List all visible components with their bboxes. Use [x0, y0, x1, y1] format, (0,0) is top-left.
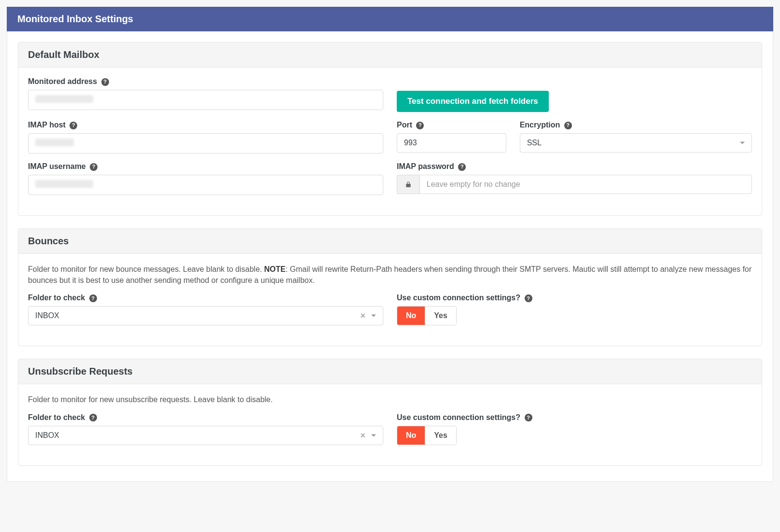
unsubscribe-customconn-toggle: No Yes [397, 426, 457, 445]
encryption-label: Encryption ? [520, 121, 752, 129]
imap-host-label: IMAP host ? [28, 121, 383, 129]
help-icon[interactable]: ? [564, 122, 572, 129]
help-icon[interactable]: ? [90, 163, 98, 171]
redacted-value [35, 139, 74, 146]
unsubscribe-folder-value: INBOX [35, 431, 59, 439]
chevron-down-icon [371, 434, 376, 436]
page-body: Default Mailbox Monitored address ? [7, 31, 773, 482]
unsubscribe-help-text: Folder to monitor for new unsubscribe re… [28, 394, 752, 405]
monitored-address-label: Monitored address ? [28, 77, 383, 86]
bounces-folder-select[interactable]: INBOX × [28, 306, 383, 325]
unsubscribe-folder-select[interactable]: INBOX × [28, 426, 383, 445]
chevron-down-icon [740, 142, 745, 144]
monitored-address-input[interactable] [28, 90, 383, 110]
port-label: Port ? [397, 121, 506, 129]
imap-username-label: IMAP username ? [28, 162, 383, 171]
port-input[interactable] [397, 133, 506, 153]
help-icon[interactable]: ? [525, 294, 532, 302]
encryption-select[interactable]: SSL [520, 133, 752, 153]
panel-heading-unsubscribe: Unsubscribe Requests [18, 359, 762, 384]
panel-default-mailbox: Default Mailbox Monitored address ? [18, 42, 762, 216]
help-icon[interactable]: ? [89, 414, 97, 421]
unsubscribe-folder-label: Folder to check ? [28, 413, 383, 422]
lock-icon [397, 175, 419, 194]
panel-bounces: Bounces Folder to monitor for new bounce… [18, 228, 762, 346]
encryption-value: SSL [527, 139, 542, 147]
help-icon[interactable]: ? [101, 78, 109, 86]
help-icon[interactable]: ? [458, 163, 466, 171]
bounces-customconn-no[interactable]: No [397, 307, 425, 325]
bounces-customconn-toggle: No Yes [397, 306, 457, 325]
bounces-customconn-yes[interactable]: Yes [425, 307, 456, 325]
close-icon[interactable]: × [360, 311, 365, 320]
help-icon[interactable]: ? [416, 122, 424, 129]
imap-host-input[interactable] [28, 133, 383, 154]
bounces-folder-label: Folder to check ? [28, 294, 383, 302]
panel-heading-bounces: Bounces [18, 229, 762, 254]
test-connection-button[interactable]: Test connection and fetch folders [397, 91, 549, 112]
close-icon[interactable]: × [360, 431, 365, 440]
panel-heading-default-mailbox: Default Mailbox [18, 42, 762, 68]
imap-password-label: IMAP password ? [397, 162, 752, 171]
panel-unsubscribe: Unsubscribe Requests Folder to monitor f… [18, 359, 762, 465]
imap-username-input[interactable] [28, 175, 383, 195]
redacted-value [35, 180, 93, 188]
bounces-help-text: Folder to monitor for new bounce message… [28, 264, 752, 286]
redacted-value [35, 95, 93, 103]
chevron-down-icon [371, 315, 376, 317]
page-title: Monitored Inbox Settings [7, 7, 773, 31]
bounces-customconn-label: Use custom connection settings? ? [397, 294, 752, 302]
unsubscribe-customconn-yes[interactable]: Yes [425, 426, 456, 445]
bounces-folder-value: INBOX [35, 311, 59, 320]
help-icon[interactable]: ? [70, 122, 77, 129]
help-icon[interactable]: ? [525, 414, 532, 421]
unsubscribe-customconn-no[interactable]: No [397, 426, 425, 445]
help-icon[interactable]: ? [89, 294, 97, 302]
imap-password-input[interactable] [419, 175, 752, 194]
unsubscribe-customconn-label: Use custom connection settings? ? [397, 413, 752, 422]
